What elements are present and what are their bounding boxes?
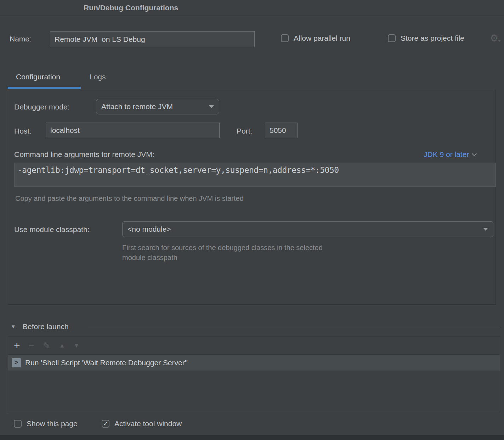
store-as-project-file-checkbox[interactable] xyxy=(388,34,396,42)
name-input-value: Remote JVM on LS Debug xyxy=(55,35,145,44)
chevron-down-icon xyxy=(472,151,477,156)
remove-icon[interactable]: − xyxy=(29,341,34,351)
before-launch-task-row[interactable]: > Run 'Shell Script 'Wait Remote Debugge… xyxy=(8,355,500,371)
allow-parallel-run-checkbox[interactable] xyxy=(281,34,289,42)
cmdline-value: -agentlib:jdwp=transport=dt_socket,serve… xyxy=(17,165,339,175)
chevron-down-icon xyxy=(209,105,214,108)
tab-configuration[interactable]: Configuration xyxy=(16,73,60,81)
module-classpath-label: Use module classpath: xyxy=(14,225,89,234)
cmdline-label: Command line arguments for remote JVM: xyxy=(14,150,154,159)
before-launch-panel: + − ✎ ▲ ▼ > Run 'Shell Script 'Wait Remo… xyxy=(8,337,500,413)
module-classpath-dropdown[interactable]: <no module> xyxy=(122,221,493,237)
name-label: Name: xyxy=(10,35,32,43)
debugger-mode-dropdown[interactable]: Attach to remote JVM xyxy=(96,99,219,114)
check-icon: ✓ xyxy=(103,421,108,427)
port-label: Port: xyxy=(237,127,252,135)
chevron-down-icon xyxy=(483,228,488,231)
debugger-mode-label: Debugger mode: xyxy=(14,103,69,111)
activate-tool-window-label: Activate tool window xyxy=(114,419,182,428)
store-as-project-file-checkbox-row[interactable]: Store as project file xyxy=(388,34,464,43)
show-this-page-label: Show this page xyxy=(27,419,78,428)
run-debug-configurations-dialog: Run/Debug Configurations Name: Remote JV… xyxy=(0,0,504,440)
host-input-value: localhost xyxy=(50,126,80,135)
jdk-version-selector[interactable]: JDK 9 or later xyxy=(424,150,476,159)
add-icon[interactable]: + xyxy=(14,340,20,351)
jdk-version-value: JDK 9 or later xyxy=(424,150,469,159)
dialog-title: Run/Debug Configurations xyxy=(84,4,178,12)
store-as-project-file-label: Store as project file xyxy=(401,34,464,43)
before-launch-collapse-icon[interactable]: ▼ xyxy=(11,323,16,329)
titlebar-divider xyxy=(0,16,504,16)
port-input-value: 5050 xyxy=(270,126,286,135)
before-launch-task-label: Run 'Shell Script 'Wait Remote Debugger … xyxy=(25,359,188,367)
run-script-icon: > xyxy=(12,358,21,367)
cmdline-help-text: Copy and paste the arguments to the comm… xyxy=(15,194,244,203)
activate-tool-window-checkbox-row[interactable]: ✓ Activate tool window xyxy=(102,419,182,428)
tab-logs[interactable]: Logs xyxy=(90,73,106,81)
debugger-mode-value: Attach to remote JVM xyxy=(101,102,173,111)
show-this-page-checkbox-row[interactable]: Show this page xyxy=(14,419,78,428)
module-classpath-help-line1: First search for sources of the debugged… xyxy=(122,244,323,252)
edit-pencil-icon[interactable]: ✎ xyxy=(43,341,51,350)
show-this-page-checkbox[interactable] xyxy=(14,420,22,428)
module-classpath-help-line2: module classpath xyxy=(122,254,177,262)
before-launch-title: Before launch xyxy=(23,322,69,331)
host-input[interactable]: localhost xyxy=(46,123,220,138)
name-input[interactable]: Remote JVM on LS Debug xyxy=(50,31,255,47)
move-up-icon[interactable]: ▲ xyxy=(59,343,65,349)
before-launch-toolbar: + − ✎ ▲ ▼ xyxy=(8,337,500,355)
allow-parallel-run-label: Allow parallel run xyxy=(294,34,350,43)
move-down-icon[interactable]: ▼ xyxy=(74,343,80,349)
dialog-bottom-edge xyxy=(0,435,504,440)
port-input[interactable]: 5050 xyxy=(265,123,298,138)
allow-parallel-run-checkbox-row[interactable]: Allow parallel run xyxy=(281,34,350,43)
cmdline-textarea[interactable]: -agentlib:jdwp=transport=dt_socket,serve… xyxy=(14,163,496,187)
activate-tool-window-checkbox[interactable]: ✓ xyxy=(102,420,109,428)
module-classpath-value: <no module> xyxy=(128,225,171,233)
before-launch-divider xyxy=(88,327,500,327)
gear-icon[interactable]: ⚙ xyxy=(490,33,498,44)
host-label: Host: xyxy=(14,127,32,135)
